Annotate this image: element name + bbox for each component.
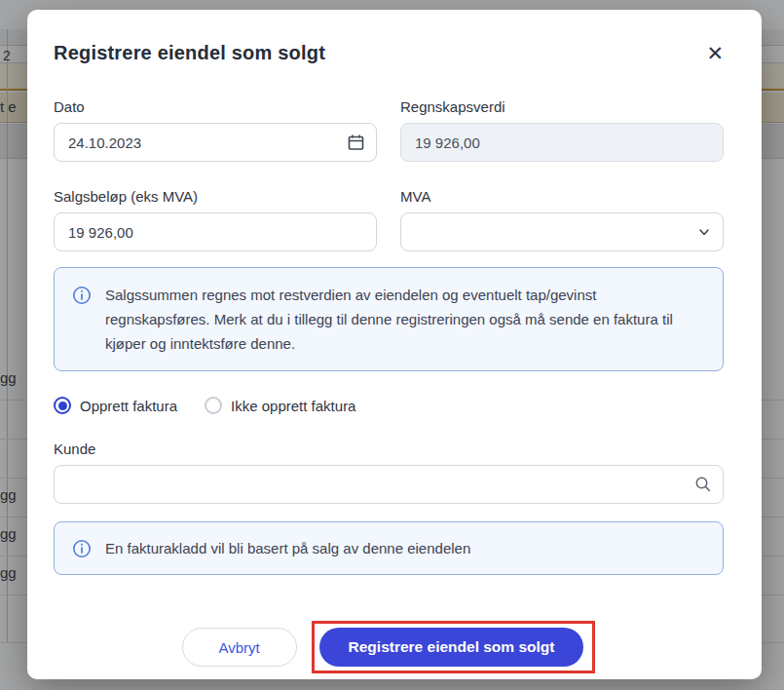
regnskapsverdi-input [400, 123, 724, 162]
annotation-highlight: Registrere eiendel som solgt [312, 621, 596, 673]
radio-ikke-opprett-faktura[interactable]: Ikke opprett faktura [205, 397, 355, 414]
dato-field-group: Dato [54, 98, 377, 162]
info-box-invoice-draft-text: En fakturakladd vil bli basert på salg a… [105, 536, 470, 560]
info-icon [72, 539, 92, 558]
radio-label: Ikke opprett faktura [231, 398, 355, 414]
salgsbelop-label: Salgsbeløp (eks MVA) [54, 188, 377, 205]
radio-unselected-icon [205, 397, 222, 414]
modal-title: Registrere eiendel som solgt [54, 42, 325, 64]
invoice-option-radios: Opprett faktura Ikke opprett faktura [54, 397, 724, 414]
kunde-search-input[interactable] [54, 465, 724, 504]
info-box-sale: Salgssummen regnes mot restverdien av ei… [54, 267, 724, 371]
mva-label: MVA [400, 188, 724, 205]
cancel-button[interactable]: Avbryt [182, 628, 297, 667]
regnskapsverdi-label: Regnskapsverdi [400, 98, 724, 115]
modal-header: Registrere eiendel som solgt ✕ [54, 42, 724, 64]
register-sold-button[interactable]: Registrere eiendel som solgt [319, 628, 584, 667]
register-asset-sold-modal: Registrere eiendel som solgt ✕ Dato Regn… [27, 10, 762, 679]
radio-label: Opprett faktura [80, 398, 177, 414]
radio-opprett-faktura[interactable]: Opprett faktura [54, 397, 177, 414]
info-box-sale-text: Salgssummen regnes mot restverdien av ei… [105, 283, 703, 356]
kunde-label: Kunde [54, 441, 724, 457]
chevron-down-icon [697, 225, 711, 239]
mva-select[interactable] [400, 212, 724, 251]
mva-field-group: MVA [400, 188, 724, 251]
info-box-invoice-draft: En fakturakladd vil bli basert på salg a… [54, 521, 724, 575]
kunde-field-group: Kunde [54, 441, 724, 504]
dato-label: Dato [54, 98, 377, 115]
modal-footer: Avbryt Registrere eiendel som solgt [54, 621, 724, 673]
dato-input[interactable] [54, 123, 377, 162]
radio-selected-icon [54, 397, 71, 414]
salgsbelop-field-group: Salgsbeløp (eks MVA) [54, 188, 377, 251]
search-icon [694, 476, 712, 493]
close-icon[interactable]: ✕ [706, 44, 724, 63]
regnskapsverdi-field-group: Regnskapsverdi [400, 98, 724, 162]
calendar-icon[interactable] [347, 134, 365, 152]
salgsbelop-input[interactable] [54, 212, 377, 251]
info-icon [72, 286, 92, 305]
